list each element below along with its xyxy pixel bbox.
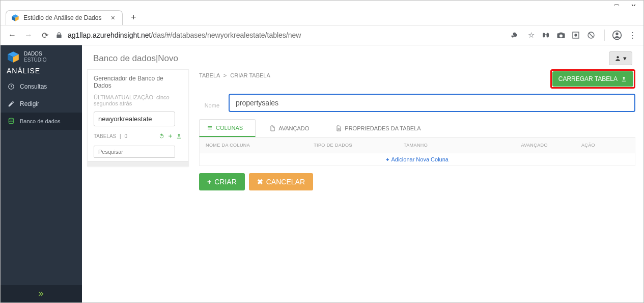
upload-table-label: CARREGAR TABELA [558,75,618,82]
table-search-input[interactable] [94,146,175,158]
key-icon[interactable] [511,31,521,40]
svg-point-4 [574,34,577,36]
star-icon[interactable]: ☆ [526,31,536,40]
cube-icon [11,14,19,22]
collapse-sidebar-button[interactable] [1,285,82,302]
database-icon [8,118,15,125]
create-button-label: CRIAR [214,178,237,186]
add-column-link[interactable]: +Adicionar Nova Coluna [386,156,449,162]
breadcrumb-level2: CRIAR TABELA [230,72,270,78]
tab-columns[interactable]: COLUNAS [199,119,256,137]
col-header-type: TIPO DE DADOS [314,143,404,148]
col-header-size: TAMANHO [404,143,494,148]
upload-table-highlight: CARREGAR TABELA [550,69,635,89]
sidebar-item-database[interactable]: Banco de dados [1,113,82,130]
sidebar-item-queries[interactable]: Consultas [1,78,82,95]
brand-main: ANÁLISE [1,67,82,78]
col-header-action: AÇÃO [548,143,629,148]
breadcrumb: TABELA > CRIAR TABELA [199,72,270,78]
sidebar-item-label: Redigir [20,100,39,107]
plus-icon: + [386,156,391,162]
svg-point-13 [9,118,13,120]
tab-label: COLUNAS [216,125,243,131]
upload-table-button[interactable]: CARREGAR TABELA [552,71,633,87]
browser-tab-title: Estúdio de Análise de Dados [23,14,101,21]
user-icon [614,55,621,62]
brand-line2: ESTÚDIO [24,57,46,63]
app-logo-icon [7,50,20,64]
svg-point-8 [615,33,618,35]
back-button[interactable]: ← [7,31,18,40]
camera-icon[interactable] [556,31,567,40]
lock-icon[interactable] [55,32,63,39]
create-button[interactable]: + CRIAR [199,173,245,190]
close-icon: ✖ [257,178,263,186]
upload-table-icon[interactable] [176,133,182,140]
page-title: Banco de dados|Novo [93,53,178,64]
square-dot-icon[interactable] [572,31,582,39]
db-panel-title: Gerenciador de Banco de Dados [94,75,182,89]
browser-tab[interactable]: Estúdio de Análise de Dados × [6,10,123,25]
doc-lines-icon [335,125,342,131]
sidebar-item-label: Consultas [20,83,47,90]
col-header-name: NOME DA COLUNA [206,143,314,148]
caret-down-icon: ▾ [623,54,627,62]
edit-icon [8,100,15,107]
sidebar-nav: DADOS ESTÚDIO ANÁLISE Consultas Redigir … [1,45,82,302]
list-icon [207,125,213,131]
tab-label: AVANÇADO [278,125,309,131]
table-name-input[interactable] [229,94,635,112]
plus-icon: + [207,178,211,186]
no-entry-icon[interactable] [587,31,597,39]
refresh-tables-icon[interactable] [158,133,165,140]
tables-count: 0 [124,133,127,139]
svg-point-14 [617,56,619,58]
cancel-button[interactable]: ✖ CANCELAR [249,173,313,190]
address-bar-url[interactable]: ag1llap.azurehdinsight.net/das/#/databas… [68,31,301,39]
db-manager-panel: Gerenciador de Banco de Dados ÚLTIMA ATU… [87,69,189,167]
sidebar-item-compose[interactable]: Redigir [1,95,82,113]
col-header-advanced: AVANÇADO [494,143,548,148]
tables-label: TABELAS [94,133,116,139]
doc-icon [269,125,275,131]
binoculars-icon[interactable] [541,31,551,40]
user-menu-button[interactable]: ▾ [609,51,632,65]
db-last-update: ÚLTIMA ATUALIZAÇÃO: cinco segundos atrás [94,94,182,106]
name-field-label: Nome [199,97,219,108]
reload-button[interactable]: ⟳ [39,31,50,40]
forward-button[interactable]: → [23,31,34,40]
new-tab-button[interactable]: + [126,10,142,25]
tab-table-properties[interactable]: PROPRIEDADES DA TABELA [328,119,433,137]
columns-header-row: NOME DA COLUNA TIPO DE DADOS TAMANHO AVA… [199,137,635,153]
double-chevron-icon [37,290,45,298]
cancel-button-label: CANCELAR [266,178,305,186]
add-table-icon[interactable]: ＋ [167,131,174,141]
sidebar-item-label: Banco de dados [20,118,61,124]
tab-label: PROPRIEDADES DA TABELA [345,125,421,131]
upload-icon [621,76,627,82]
current-database-input[interactable] [94,112,175,126]
tab-advanced[interactable]: AVANÇADO [262,119,322,137]
tab-close-icon[interactable]: × [111,14,115,22]
clock-icon [8,83,15,90]
svg-line-6 [589,33,593,37]
profile-icon[interactable] [612,30,622,40]
kebab-menu-icon[interactable]: ⋮ [627,31,637,40]
brand-line1: DADOS [24,51,46,57]
breadcrumb-level1[interactable]: TABELA [199,72,220,78]
